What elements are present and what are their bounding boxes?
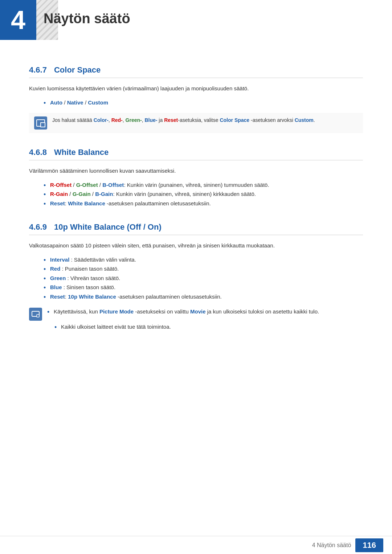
list-item: Reset: White Balance -asetuksen palautta… (44, 199, 363, 208)
section-469-nested-note: Käytettävissä, kun Picture Mode -asetuks… (29, 307, 363, 337)
list-item: Blue : Sinisen tason säätö. (44, 283, 363, 292)
list-item: Auto / Native / Custom (44, 98, 363, 107)
list-item: Kaikki ulkoiset laitteet eivät tue tätä … (54, 322, 363, 332)
list-item: Interval : Säädettävän välin valinta. (44, 255, 363, 264)
list-item: Käytettävissä, kun Picture Mode -asetuks… (47, 307, 363, 316)
section-467-heading: 4.6.7 Color Space (29, 65, 363, 78)
section-467-title: Color Space (54, 65, 101, 75)
separator: / (85, 99, 88, 106)
section-469-bullets: Interval : Säädettävän välin valinta. Re… (44, 255, 363, 301)
note-icon (34, 116, 47, 130)
section-469-title: 10p White Balance (Off / On) (54, 222, 162, 232)
list-item: Reset: 10p White Balance -asetuksen pala… (44, 292, 363, 301)
section-468-title: White Balance (54, 148, 109, 157)
nested-note-content: Käytettävissä, kun Picture Mode -asetuks… (47, 307, 363, 337)
keyword: Native (67, 99, 83, 106)
note-svg-icon (32, 311, 40, 317)
separator: / (64, 99, 67, 106)
section-468-bullets: R-Offset / G-Offset / B-Offset: Kunkin v… (44, 180, 363, 208)
chapter-number: 4 (11, 7, 25, 33)
page-footer: 4 Näytön säätö 116 (0, 536, 392, 554)
nested-note-icon (29, 308, 42, 321)
section-469-heading: 4.6.9 10p White Balance (Off / On) (29, 222, 363, 235)
svg-rect-1 (37, 315, 39, 317)
nested-note-bullets: Käytettävissä, kun Picture Mode -asetuks… (47, 307, 363, 316)
list-item: R-Offset / G-Offset / B-Offset: Kunkin v… (44, 180, 363, 190)
note-text: Jos haluat säätää Color-, Red-, Green-, … (52, 116, 315, 124)
keyword: Custom (88, 99, 108, 106)
section-469-number: 4.6.9 (29, 222, 47, 232)
section-467-bullets: Auto / Native / Custom (44, 98, 363, 107)
nested-note-sub-bullets: Kaikki ulkoiset laitteet eivät tue tätä … (54, 322, 363, 332)
chapter-title: Näytön säätö (44, 11, 130, 26)
section-468-heading: 4.6.8 White Balance (29, 148, 363, 160)
section-467-number: 4.6.7 (29, 65, 47, 75)
list-item: Red : Punaisen tason säätö. (44, 264, 363, 274)
chapter-number-box: 4 (0, 0, 36, 40)
section-469-desc: Valkotasapainon säätö 10 pisteen välein … (29, 242, 363, 250)
main-content: 4.6.7 Color Space Kuvien luomisessa käyt… (0, 0, 392, 371)
list-item: Green : Vihreän tason säätö. (44, 274, 363, 283)
section-468-desc: Värilämmön säätäminen luonnollisen kuvan… (29, 167, 363, 175)
footer-chapter-label: 4 Näytön säätö (312, 542, 351, 549)
section-467-desc: Kuvien luomisessa käytettävien värien (v… (29, 85, 363, 93)
page: 4 Näytön säätö 4.6.7 Color Space Kuvien … (0, 0, 392, 554)
footer-page-number: 116 (355, 538, 383, 552)
keyword: Auto (50, 99, 62, 106)
list-item: R-Gain / G-Gain / B-Gain: Kunkin värin (… (44, 189, 363, 199)
section-468-number: 4.6.8 (29, 148, 47, 157)
section-467-note: Jos haluat säätää Color-, Red-, Green-, … (29, 113, 363, 133)
